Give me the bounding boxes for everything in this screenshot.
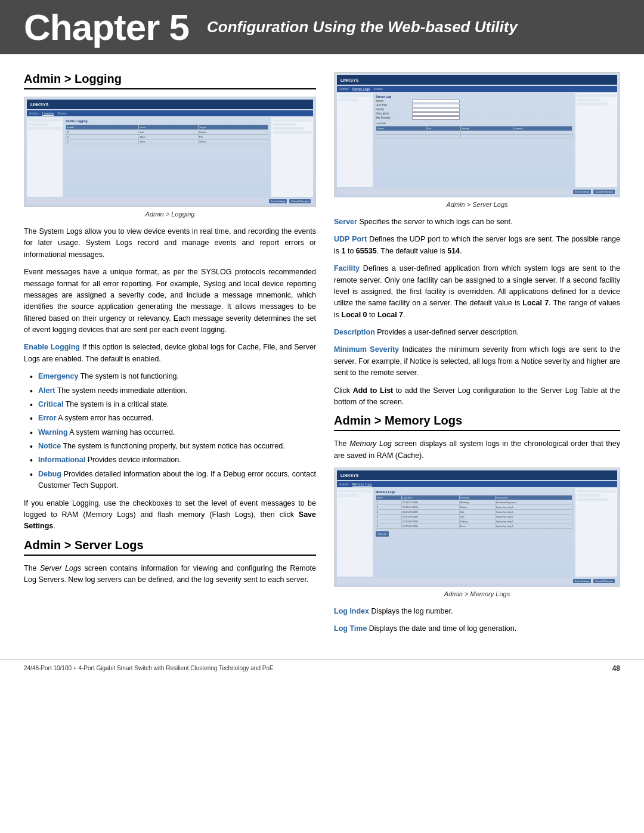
footer-left: 24/48-Port 10/100 + 4-Port Gigabit Smart… <box>24 665 274 671</box>
footer-page: 48 <box>612 664 620 673</box>
logging-para1: The System Logs allow you to view device… <box>24 226 316 261</box>
bullet-debug: Debug Provides detailed information abou… <box>30 469 316 492</box>
server-logs-para1: The Server Logs screen contains informat… <box>24 563 316 586</box>
section-admin-server-logs: Admin > Server Logs The Server Logs scre… <box>24 538 316 586</box>
bullet-alert: Alert The system needs immediate attenti… <box>30 385 316 397</box>
min-severity-para: Minimum Severity Indicates the minimum s… <box>334 344 620 379</box>
caption-admin-server-logs: Admin > Server Logs <box>334 201 620 208</box>
bullet-warning: Warning A system warning has occurred. <box>30 427 316 438</box>
logging-enable: Enable Logging If this option is selecte… <box>24 342 316 365</box>
heading-admin-server-logs: Admin > Server Logs <box>24 538 316 556</box>
bullet-critical: Critical The system is in a critical sta… <box>30 399 316 410</box>
page-footer: 24/48-Port 10/100 + 4-Port Gigabit Smart… <box>0 659 644 677</box>
enable-logging-label: Enable Logging <box>24 343 80 351</box>
logging-bullet-list: Emergency The system is not functioning.… <box>30 371 316 491</box>
section-admin-logging: Admin > Logging LINKSYS Admin Logging St… <box>24 72 316 532</box>
logging-para3: If you enable Logging, use the checkboxe… <box>24 498 316 532</box>
section-admin-memory-logs: Admin > Memory Logs The Memory Log scree… <box>334 414 620 635</box>
page-header: Chapter 5 Configuration Using the Web-ba… <box>0 0 644 54</box>
chapter-title: Chapter 5 <box>24 6 189 48</box>
bullet-notice: Notice The system is functioning properl… <box>30 441 316 452</box>
memory-logs-para1: The Memory Log screen displays all syste… <box>334 438 620 462</box>
col-right: LINKSYS Admin Server Logs Status Server … <box>334 72 620 641</box>
udp-port-para: UDP Port Defines the UDP port to which t… <box>334 234 620 257</box>
bullet-informational: Informational Provides device informatio… <box>30 454 316 466</box>
log-index-para: Log Index Displays the log number. <box>334 606 620 617</box>
log-time-para: Log Time Displays the date and time of l… <box>334 623 620 634</box>
heading-admin-memory-logs: Admin > Memory Logs <box>334 414 620 431</box>
chapter-subtitle: Configuration Using the Web-based Utilit… <box>207 18 518 36</box>
add-to-list-para: Click Add to List to add the Server Log … <box>334 385 620 408</box>
facility-para: Facility Defines a user-defined applicat… <box>334 263 620 321</box>
col-left: Admin > Logging LINKSYS Admin Logging St… <box>24 72 316 641</box>
bullet-error: Error A system error has occurred. <box>30 413 316 424</box>
logging-para2: Event messages have a unique format, as … <box>24 267 316 336</box>
server-label: Server <box>334 218 357 226</box>
caption-admin-logging: Admin > Logging <box>24 210 316 218</box>
content-area: Admin > Logging LINKSYS Admin Logging St… <box>0 54 644 653</box>
bullet-emergency: Emergency The system is not functioning. <box>30 371 316 382</box>
screenshot-admin-logging: LINKSYS Admin Logging Status <box>24 97 316 207</box>
screenshot-admin-memory-logs: LINKSYS Admin Memory Logs Memory Logs <box>334 467 620 587</box>
screenshot-admin-server-logs: LINKSYS Admin Server Logs Status Server … <box>334 72 620 197</box>
heading-admin-logging: Admin > Logging <box>24 72 316 89</box>
caption-admin-memory-logs: Admin > Memory Logs <box>334 590 620 597</box>
description-para: Description Provides a user-defined serv… <box>334 327 620 338</box>
server-label-para: Server Specifies the server to which log… <box>334 216 620 228</box>
